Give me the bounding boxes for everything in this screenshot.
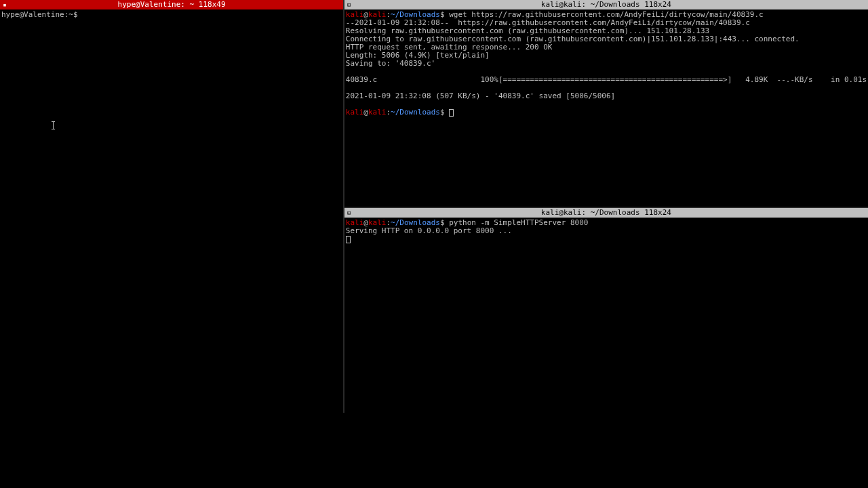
prompt-path: ~/Downloads [391,108,440,117]
window-icons: ⊞ [346,209,353,216]
left-prompt: hype@Valentine:~$ [1,10,78,19]
output-line: 2021-01-09 21:32:08 (507 KB/s) - '40839.… [346,92,615,100]
right-bottom-title-text: kali@kali: ~/Downloads 118x24 [541,209,671,217]
terminal-multiplexer: ▪ hype@Valentine: ~ 118x49 hype@Valentin… [0,0,868,413]
left-titlebar: ▪ hype@Valentine: ~ 118x49 [0,0,343,9]
left-terminal-body[interactable]: hype@Valentine:~$ [0,9,343,413]
output-line: Serving HTTP on 0.0.0.0 port 8000 ... [346,226,512,235]
prompt-host: kali [368,108,387,117]
right-bottom-terminal-pane[interactable]: ⊞ kali@kali: ~/Downloads 118x24 kali@kal… [344,208,868,413]
right-top-titlebar: ⊞ kali@kali: ~/Downloads 118x24 [344,0,868,9]
split-icon[interactable]: ⊞ [346,209,353,216]
left-title-text: hype@Valentine: ~ 118x49 [118,1,226,9]
right-top-terminal-body[interactable]: kali@kali:~/Downloads$ wget https://raw.… [344,9,868,207]
left-terminal-pane[interactable]: ▪ hype@Valentine: ~ 118x49 hype@Valentin… [0,0,343,413]
prompt-at: @ [363,108,368,117]
right-column: ⊞ kali@kali: ~/Downloads 118x24 kali@kal… [344,0,868,413]
split-icon[interactable]: ⊞ [346,1,353,8]
output-line: Saving to: '40839.c' [346,59,435,68]
output-line: 40839.c 100%[===========================… [346,75,867,84]
right-top-terminal-pane[interactable]: ⊞ kali@kali: ~/Downloads 118x24 kali@kal… [344,0,868,207]
cursor-block [346,236,351,243]
prompt-user: kali [346,108,364,117]
window-icons: ▪ [1,1,8,8]
cursor-block [449,109,454,117]
right-bottom-terminal-body[interactable]: kali@kali:~/Downloads$ python -m SimpleH… [344,218,868,413]
window-icons: ⊞ [346,1,353,8]
menu-icon[interactable]: ▪ [1,1,8,8]
right-bottom-titlebar: ⊞ kali@kali: ~/Downloads 118x24 [344,208,868,218]
prompt-dollar: $ [440,108,445,117]
text-cursor [53,121,54,129]
right-top-title-text: kali@kali: ~/Downloads 118x24 [541,1,671,9]
